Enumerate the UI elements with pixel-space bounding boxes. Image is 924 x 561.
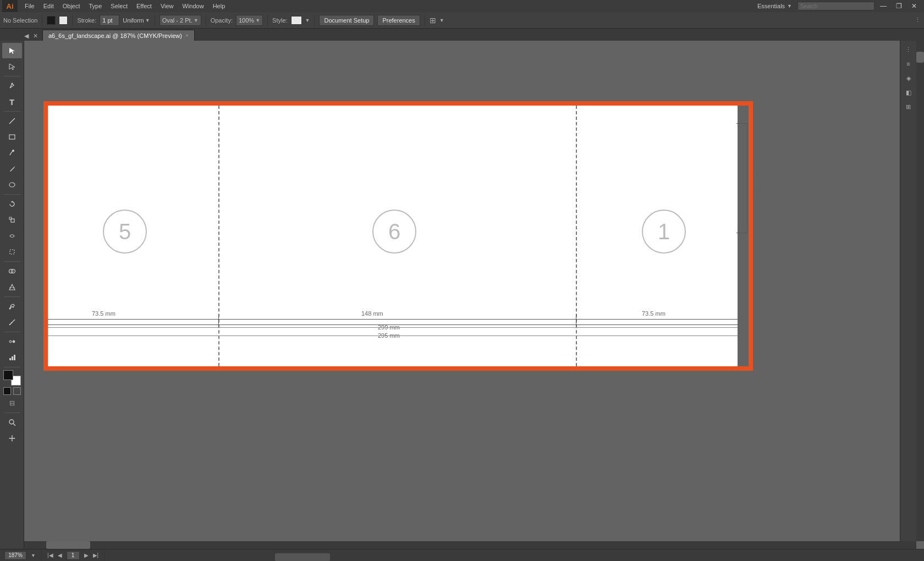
close-button[interactable]: ✕ xyxy=(906,0,922,12)
menu-file[interactable]: File xyxy=(21,2,38,10)
type-tool[interactable]: T xyxy=(2,94,22,109)
measure-tool[interactable] xyxy=(2,315,22,330)
panel-toggle-2[interactable]: ✕ xyxy=(31,31,40,41)
rotate-tool[interactable] xyxy=(2,196,22,212)
paintbrush-tool[interactable] xyxy=(2,145,22,161)
left-toolbar: T xyxy=(0,41,24,549)
stroke-style-chevron[interactable]: ▼ xyxy=(145,18,150,23)
panel-toggle-1[interactable]: ◀ xyxy=(22,31,31,41)
measure-label-148: 148 mm xyxy=(361,310,383,317)
document-setup-button[interactable]: Document Setup xyxy=(319,15,374,26)
panel-btn-5[interactable]: ⊞ xyxy=(902,100,915,113)
zoom-tool[interactable] xyxy=(2,415,22,430)
fill-swatch[interactable] xyxy=(47,16,56,25)
direct-select-tool[interactable] xyxy=(2,59,22,74)
stroke-swatch[interactable] xyxy=(59,16,68,25)
eyedropper-tool[interactable] xyxy=(2,299,22,314)
style-swatch[interactable] xyxy=(291,16,302,25)
arrange-chevron[interactable]: ▼ xyxy=(439,18,444,23)
nav-prev-button[interactable]: ◀ xyxy=(58,552,62,558)
shape-builder-tool[interactable] xyxy=(2,263,22,279)
normal-mode-icon[interactable] xyxy=(3,387,11,395)
panel-btn-2[interactable]: ≡ xyxy=(902,57,915,70)
panel-btn-1[interactable]: ⋮ xyxy=(902,43,915,56)
menu-edit[interactable]: Edit xyxy=(40,2,58,10)
blob-brush-tool[interactable] xyxy=(2,177,22,193)
control-bar: No Selection Stroke: Uniform ▼ Oval - 2 … xyxy=(0,12,924,29)
dim-label-105: 105 mm xyxy=(754,182,760,201)
svg-point-17 xyxy=(13,340,15,343)
menu-effect[interactable]: Effect xyxy=(133,2,156,10)
document-tab[interactable]: a6_6s_gf_landscape.ai @ 187% (CMYK/Previ… xyxy=(42,30,195,41)
panel-btn-4[interactable]: ◧ xyxy=(902,86,915,99)
nav-last-button[interactable]: ▶| xyxy=(93,552,99,558)
circle-6: 6 xyxy=(372,210,416,254)
svg-point-0 xyxy=(11,83,13,85)
minimize-button[interactable]: — xyxy=(876,0,891,12)
zoom-input[interactable] xyxy=(4,551,26,560)
perspective-grid-tool[interactable] xyxy=(2,279,22,295)
change-screen-mode[interactable]: ⊟ xyxy=(2,395,22,411)
dim-right-area: 109 mm 105 mm xyxy=(754,161,760,201)
maximize-button[interactable]: ❐ xyxy=(891,0,906,12)
arrange-icon[interactable]: ⊞ xyxy=(430,16,436,25)
circle-1: 1 xyxy=(642,210,686,254)
tool-separator-4 xyxy=(4,261,20,262)
zoom-chevron[interactable]: ▼ xyxy=(31,553,36,558)
svg-line-22 xyxy=(13,424,15,426)
canvas-area[interactable]: 5 6 1 xyxy=(24,41,924,549)
vertical-scrollbar[interactable] xyxy=(916,41,924,541)
menu-select[interactable]: Select xyxy=(107,2,131,10)
h-scroll-thumb[interactable] xyxy=(46,541,90,549)
menu-window[interactable]: Window xyxy=(179,2,208,10)
measure-line-299 xyxy=(48,327,738,328)
line-tool[interactable] xyxy=(2,113,22,129)
select-tool[interactable] xyxy=(2,43,22,58)
svg-marker-5 xyxy=(11,201,13,202)
style-chevron[interactable]: ▼ xyxy=(305,18,310,23)
svg-marker-23 xyxy=(12,435,13,436)
preview-mode-icon[interactable] xyxy=(13,387,21,395)
menu-view[interactable]: View xyxy=(157,2,178,10)
foreground-color[interactable] xyxy=(3,370,13,380)
free-transform-tool[interactable] xyxy=(2,244,22,260)
nav-next-button[interactable]: ▶ xyxy=(84,552,89,558)
circle-5: 5 xyxy=(103,210,147,254)
measure-line-295 xyxy=(48,336,738,336)
page-input[interactable] xyxy=(67,551,80,560)
tab-close-button[interactable]: × xyxy=(185,32,189,38)
rectangle-tool[interactable] xyxy=(2,129,22,145)
style-label: Style: xyxy=(272,17,288,24)
chart-tool[interactable] xyxy=(2,350,22,365)
brush-chevron[interactable]: ▼ xyxy=(194,18,199,23)
search-input[interactable] xyxy=(798,2,875,10)
tab-bar: ◀ ✕ a6_6s_gf_landscape.ai @ 187% (CMYK/P… xyxy=(0,29,924,41)
menu-help[interactable]: Help xyxy=(209,2,229,10)
opacity-label: Opacity: xyxy=(211,17,233,24)
tool-separator-6 xyxy=(4,332,20,332)
v-scroll-thumb[interactable] xyxy=(916,52,924,63)
essentials-chevron[interactable]: ▼ xyxy=(787,3,792,9)
horizontal-scrollbar[interactable] xyxy=(24,541,916,549)
stroke-value-input[interactable] xyxy=(100,15,119,26)
pen-tool[interactable] xyxy=(2,78,22,94)
blend-tool[interactable] xyxy=(2,334,22,349)
svg-marker-25 xyxy=(9,438,10,439)
scale-tool[interactable] xyxy=(2,212,22,228)
pan-tool[interactable] xyxy=(2,431,22,446)
menu-type[interactable]: Type xyxy=(85,2,106,10)
collapse-icon[interactable]: ⋮ xyxy=(915,16,921,24)
h-scroll-thumb-bottom[interactable] xyxy=(275,553,330,561)
opacity-chevron[interactable]: ▼ xyxy=(255,18,260,23)
selection-label: No Selection xyxy=(3,17,37,24)
divider-2 xyxy=(72,15,73,26)
preferences-button[interactable]: Preferences xyxy=(377,15,420,26)
pencil-tool[interactable] xyxy=(2,161,22,177)
nav-first-button[interactable]: |◀ xyxy=(47,552,53,558)
measure-label-73-5-left: 73.5 mm xyxy=(92,310,116,317)
warp-tool[interactable] xyxy=(2,228,22,244)
panel-btn-3[interactable]: ◈ xyxy=(902,72,915,85)
menu-object[interactable]: Object xyxy=(59,2,84,10)
svg-point-12 xyxy=(9,308,10,310)
h-scrollbar-bottom[interactable] xyxy=(110,553,572,561)
